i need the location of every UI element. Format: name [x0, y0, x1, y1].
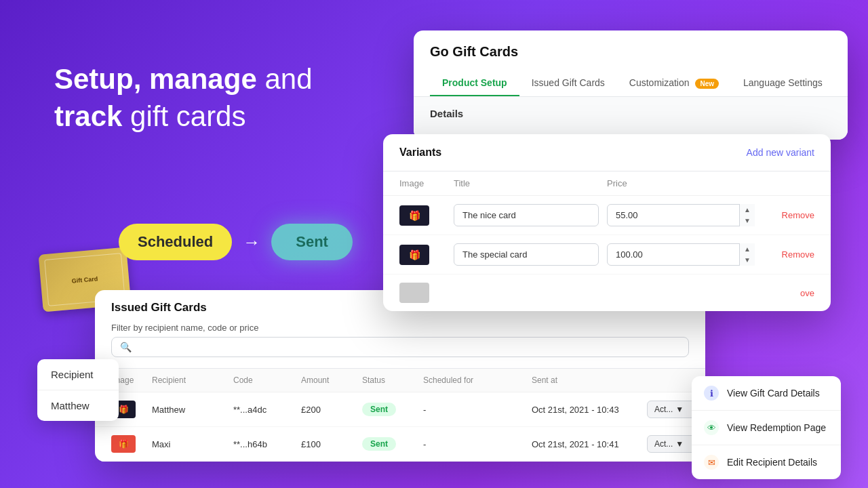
price-spinners-2: ▲ ▼: [739, 243, 755, 266]
price-up-1[interactable]: ▲: [740, 204, 755, 216]
row2-code: **...h64b: [233, 439, 301, 449]
context-menu: ℹ View Gift Card Details 👁 View Redempti…: [692, 376, 841, 479]
variant-price-input-2[interactable]: [607, 243, 755, 266]
table-header: Image Recipient Code Amount Status Sched…: [95, 369, 705, 392]
gift-card-label: Gift Card: [68, 272, 101, 287]
action-chevron-1: ▼: [675, 405, 684, 414]
variants-header: Variants Add new variant: [383, 134, 831, 171]
app-body: Details: [414, 97, 848, 140]
variant-title-input-1[interactable]: [454, 204, 599, 226]
row1-code: **...a4dc: [233, 405, 301, 415]
row2-sent-at: Oct 21st, 2021 - 10:41: [532, 439, 647, 449]
col-title: Title: [454, 178, 607, 188]
app-title: Go Gift Cards: [430, 44, 831, 60]
menu-label-2: View Redemption Page: [727, 422, 826, 433]
th-scheduled: Scheduled for: [423, 375, 532, 385]
variant-thumb-2: 🎁: [399, 245, 454, 265]
hero-light-2: gift cards: [122, 100, 245, 132]
variant-title-input-2[interactable]: [454, 243, 599, 266]
th-code: Code: [233, 375, 301, 385]
col-price: Price: [607, 178, 760, 188]
tab-customization[interactable]: Customization New: [617, 70, 731, 96]
status-flow: Scheduled → Sent: [119, 224, 353, 260]
tooltip-row-recipient: Recipient: [37, 359, 119, 390]
row1-sent-at: Oct 21st, 2021 - 10:43: [532, 405, 647, 415]
row1-scheduled: -: [423, 405, 532, 415]
new-badge: New: [695, 79, 719, 89]
variant-price-input-1[interactable]: [607, 204, 755, 226]
menu-view-gift-card[interactable]: ℹ View Gift Card Details: [692, 376, 841, 411]
menu-label-1: View Gift Card Details: [727, 388, 820, 399]
variant-row-2: 🎁 ▲ ▼ Remove: [383, 235, 831, 274]
filter-label: Filter by recipient name, code or price: [111, 323, 689, 333]
add-variant-link[interactable]: Add new variant: [747, 147, 814, 158]
row1-status: Sent: [362, 403, 423, 416]
hero-section: Setup, manage and track gift cards: [54, 61, 313, 135]
hero-bold-2: track: [54, 100, 122, 132]
details-section-title: Details: [430, 108, 831, 119]
search-wrap: 🔍: [111, 337, 689, 357]
remove-variant-3[interactable]: ove: [760, 288, 814, 298]
th-recipient: Recipient: [152, 375, 233, 385]
th-amount: Amount: [301, 375, 362, 385]
col-image: Image: [399, 178, 454, 188]
row2-status-badge: Sent: [362, 437, 396, 451]
variant-row-1: 🎁 ▲ ▼ Remove: [383, 196, 831, 235]
action-chevron-2: ▼: [675, 439, 684, 449]
row1-recipient: Matthew: [152, 405, 233, 415]
variant-row-3: ove: [383, 274, 831, 311]
search-input[interactable]: [137, 342, 680, 352]
tooltip-row-name: Matthew: [37, 390, 119, 421]
col-action: [760, 178, 814, 188]
price-spinners-1: ▲ ▼: [739, 204, 755, 226]
menu-view-redemption[interactable]: 👁 View Redemption Page: [692, 411, 841, 445]
app-header: Go Gift Cards Product Setup Issued Gift …: [414, 30, 848, 97]
row2-recipient: Maxi: [152, 439, 233, 449]
variant-title-wrap-2: [454, 243, 607, 266]
row1-status-badge: Sent: [362, 403, 396, 416]
variants-title: Variants: [399, 146, 441, 159]
tab-issued-gift-cards[interactable]: Issued Gift Cards: [519, 70, 617, 96]
th-sent: Sent at: [532, 375, 647, 385]
th-status: Status: [362, 375, 423, 385]
flow-arrow: →: [243, 232, 260, 253]
sent-badge: Sent: [271, 224, 353, 260]
tab-language-settings[interactable]: Language Settings: [731, 70, 835, 96]
tab-product-setup[interactable]: Product Setup: [430, 70, 519, 96]
variant-thumb-1: 🎁: [399, 205, 454, 226]
row2-status: Sent: [362, 437, 423, 451]
menu-edit-recipient[interactable]: ✉ Edit Recipient Details: [692, 445, 841, 479]
menu-label-3: Edit Recipient Details: [727, 457, 817, 468]
eye-icon: 👁: [704, 420, 719, 435]
row2-amount: £100: [301, 439, 362, 449]
remove-variant-1[interactable]: Remove: [760, 210, 814, 220]
price-up-2[interactable]: ▲: [740, 243, 755, 255]
mail-icon: ✉: [704, 455, 719, 470]
price-down-1[interactable]: ▼: [740, 216, 755, 227]
remove-variant-2[interactable]: Remove: [760, 249, 814, 260]
row2-scheduled: -: [423, 439, 532, 449]
variants-panel: Variants Add new variant Image Title Pri…: [383, 134, 831, 311]
recipient-tooltip: Recipient Matthew: [37, 359, 119, 421]
variant-title-wrap-1: [454, 204, 607, 226]
price-down-2[interactable]: ▼: [740, 255, 755, 266]
scheduled-badge: Scheduled: [119, 224, 232, 260]
hero-bold-1: Setup, manage: [54, 63, 257, 95]
search-icon: 🔍: [120, 342, 132, 352]
variant-thumb-3: [399, 283, 454, 303]
app-window: Go Gift Cards Product Setup Issued Gift …: [414, 30, 848, 140]
variants-columns: Image Title Price: [383, 171, 831, 196]
row2-image: 🎁: [111, 435, 152, 453]
info-icon: ℹ: [704, 386, 719, 401]
variant-price-wrap-2: ▲ ▼: [607, 243, 755, 266]
issued-panel: Issued Gift Cards Filter by recipient na…: [95, 290, 705, 462]
table-row: 🎁 Maxi **...h64b £100 Sent - Oct 21st, 2…: [95, 427, 705, 462]
hero-light-1: and: [257, 63, 313, 95]
table-row: 🎁 Matthew **...a4dc £200 Sent - Oct 21st…: [95, 392, 705, 427]
app-tabs: Product Setup Issued Gift Cards Customiz…: [430, 70, 831, 96]
variant-price-wrap-1: ▲ ▼: [607, 204, 755, 226]
row1-amount: £200: [301, 405, 362, 415]
